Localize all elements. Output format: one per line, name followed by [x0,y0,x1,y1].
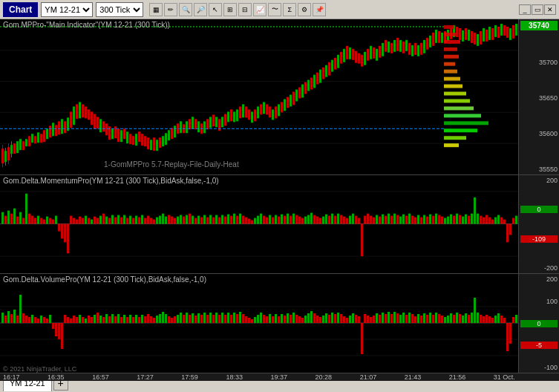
svg-rect-539 [459,314,461,323]
svg-rect-325 [355,216,357,224]
svg-rect-517 [393,312,396,323]
svg-rect-403 [55,323,57,336]
vol-scale-200: 200 [520,275,558,283]
svg-rect-456 [212,315,215,323]
svg-rect-333 [379,217,381,224]
svg-rect-66 [171,128,173,139]
svg-rect-131 [364,52,366,65]
svg-rect-28 [58,121,60,134]
svg-rect-217 [34,218,36,224]
svg-rect-327 [361,224,363,257]
svg-rect-130 [361,55,363,67]
svg-rect-39 [91,111,93,125]
svg-rect-431 [138,317,140,323]
svg-rect-247 [123,215,125,224]
svg-rect-353 [438,215,440,224]
indicator-icon[interactable]: Σ [283,3,296,16]
svg-rect-34 [76,104,78,119]
svg-rect-114 [313,75,316,88]
svg-rect-129 [358,53,360,64]
price-35550: 35550 [520,166,558,173]
svg-rect-445 [180,313,182,323]
svg-rect-551 [494,316,497,323]
bar-chart-icon[interactable]: ▦ [149,3,163,16]
interval-select[interactable]: 300 Tick [96,2,143,17]
pin-icon[interactable]: 📌 [313,3,326,16]
wave-icon[interactable]: 〜 [268,3,281,16]
svg-rect-499 [340,314,342,323]
svg-rect-297 [272,218,274,224]
svg-rect-246 [120,218,122,224]
svg-rect-56 [141,134,143,146]
svg-rect-531 [435,313,437,323]
svg-rect-48 [117,128,120,142]
svg-rect-26 [52,122,54,136]
svg-rect-374 [500,218,503,224]
line-chart-icon[interactable]: 📈 [253,3,267,16]
delta-chart-area[interactable]: Gom.Delta.MomentumPro(YM 12-21 (300 Tick… [0,175,518,273]
close-button[interactable]: ✕ [544,4,556,15]
svg-rect-435 [150,316,152,323]
svg-rect-92 [248,109,250,120]
svg-rect-276 [209,215,212,224]
settings-icon2[interactable]: ⚙ [298,3,311,16]
svg-rect-150 [420,43,422,55]
svg-rect-364 [471,214,473,224]
svg-rect-320 [340,215,342,224]
properties-icon[interactable]: ⊞ [223,3,237,16]
main-toolbar: Chart YM 12-21 300 Tick ▦ ✏ 🔍 🔎 ↖ ⊞ ⊟ 📈 … [0,0,559,19]
svg-rect-106 [290,95,292,107]
delta-scale-zero: 0 [520,206,558,213]
volume-chart-area[interactable]: Gom.Delta.VolumePro(YM 12-21 (300 Tick),… [0,274,518,373]
svg-rect-426 [123,315,125,323]
grid-icon[interactable]: ⊟ [238,3,252,16]
svg-rect-262 [168,215,170,224]
svg-rect-532 [438,314,440,323]
svg-rect-118 [325,65,327,77]
svg-rect-314 [322,217,324,224]
svg-rect-355 [444,218,446,224]
svg-rect-95 [257,106,259,118]
magnify-plus-icon[interactable]: 🔍 [179,3,192,16]
svg-rect-280 [221,215,223,224]
svg-rect-132 [367,49,369,61]
svg-rect-362 [465,215,467,224]
svg-rect-214 [25,194,27,224]
magnify-minus-icon[interactable]: 🔎 [194,3,207,16]
svg-rect-313 [319,218,321,224]
minimize-button[interactable]: _ [519,4,531,15]
svg-rect-554 [503,318,506,323]
svg-rect-331 [373,218,375,224]
restore-button[interactable]: ▭ [532,4,543,15]
svg-rect-507 [364,314,366,323]
svg-rect-543 [471,313,473,323]
pencil-icon[interactable]: ✏ [164,3,177,16]
svg-rect-467 [245,316,247,323]
svg-rect-424 [117,314,120,323]
svg-rect-73 [192,117,194,128]
svg-rect-96 [260,104,262,114]
svg-rect-487 [304,316,307,323]
svg-rect-410 [76,317,78,323]
svg-rect-179 [506,27,509,38]
vol-scale-zero: 0 [520,320,558,327]
svg-rect-505 [358,316,360,323]
svg-rect-368 [483,218,485,224]
svg-rect-245 [117,215,120,224]
svg-rect-141 [393,40,396,52]
instrument-select[interactable]: YM 12-21 [41,2,93,17]
svg-rect-291 [254,218,256,224]
svg-rect-491 [316,316,318,323]
arrow-icon[interactable]: ↖ [209,3,222,16]
svg-rect-206 [1,212,4,224]
svg-rect-415 [91,317,93,323]
svg-rect-465 [239,312,241,323]
price-chart-area[interactable]: Gom.MPPro-"Main Indicator"(YM 12-21 (300… [0,19,518,174]
svg-rect-98 [266,104,268,114]
svg-rect-535 [447,316,449,323]
svg-rect-0 [0,19,518,174]
delta-scale-neg109: -109 [520,235,558,243]
svg-rect-351 [432,216,434,224]
svg-rect-22 [40,134,42,143]
time-label-1617: 16:17 [3,373,20,381]
